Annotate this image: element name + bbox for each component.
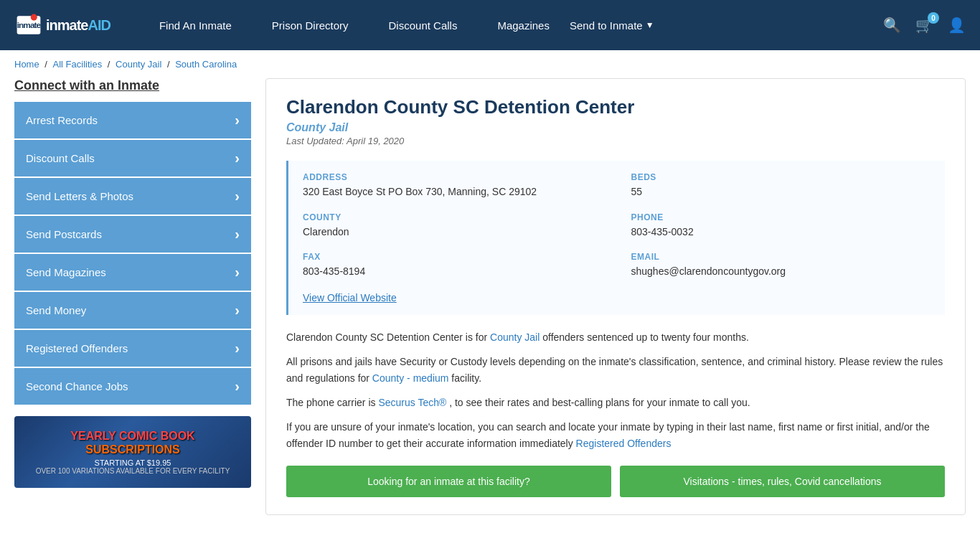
search-icon[interactable]: 🔍 xyxy=(883,17,901,34)
dropdown-arrow-icon: ▼ xyxy=(646,20,654,30)
facility-type: County Jail xyxy=(286,121,945,134)
breadcrumb: Home / All Facilities / County Jail / So… xyxy=(0,50,980,78)
user-icon[interactable]: 👤 xyxy=(948,17,966,34)
ad-title-line2: SUBSCRIPTIONS xyxy=(85,443,180,456)
breadcrumb-home[interactable]: Home xyxy=(14,59,39,70)
registered-offenders-link[interactable]: Registered Offenders xyxy=(576,438,672,449)
sidebar-second-chance-jobs[interactable]: Second Chance Jobs › xyxy=(14,368,251,405)
phone-value: 803-435-0032 xyxy=(631,225,931,240)
website-block: View Official Website xyxy=(303,292,603,303)
logo-aid-text: AID xyxy=(88,17,110,34)
county-label: COUNTY xyxy=(303,212,603,222)
nav-prison-directory[interactable]: Prison Directory xyxy=(252,19,369,32)
county-value: Clarendon xyxy=(303,225,603,240)
beds-block: BEDS 55 xyxy=(631,172,931,199)
sidebar-arrest-records[interactable]: Arrest Records › xyxy=(14,102,251,138)
chevron-right-icon: › xyxy=(235,112,240,128)
description-2: All prisons and jails have Security or C… xyxy=(286,354,945,386)
chevron-right-icon: › xyxy=(235,150,240,166)
facility-info-grid: ADDRESS 320 East Boyce St PO Box 730, Ma… xyxy=(286,161,945,315)
phone-block: PHONE 803-435-0032 xyxy=(631,212,931,240)
facility-updated: Last Updated: April 19, 2020 xyxy=(286,136,945,146)
visitations-button[interactable]: Visitations - times, rules, Covid cancel… xyxy=(620,466,945,497)
main-nav: Find An Inmate Prison Directory Discount… xyxy=(139,19,883,32)
facility-card: Clarendon County SC Detention Center Cou… xyxy=(265,78,966,515)
breadcrumb-all-facilities[interactable]: All Facilities xyxy=(53,59,103,70)
sidebar-registered-offenders[interactable]: Registered Offenders › xyxy=(14,330,251,367)
beds-value: 55 xyxy=(631,185,931,199)
header: inmate inmateAID Find An Inmate Prison D… xyxy=(0,0,980,50)
ad-subtitle: STARTING AT $19.95 xyxy=(95,458,171,467)
logo-inmate-text: inmate xyxy=(46,17,88,34)
header-icons: 🔍 🛒 0 👤 xyxy=(883,17,966,34)
sidebar-send-postcards[interactable]: Send Postcards › xyxy=(14,216,251,253)
chevron-right-icon: › xyxy=(235,340,240,357)
county-medium-link[interactable]: County - medium xyxy=(372,372,449,384)
description-1: Clarendon County SC Detention Center is … xyxy=(286,329,945,345)
cart-icon[interactable]: 🛒 0 xyxy=(915,17,933,34)
nav-find-inmate[interactable]: Find An Inmate xyxy=(139,19,252,32)
facility-title: Clarendon County SC Detention Center xyxy=(286,96,945,118)
address-label: ADDRESS xyxy=(303,172,603,182)
nav-discount-calls[interactable]: Discount Calls xyxy=(369,19,478,32)
county-jail-link[interactable]: County Jail xyxy=(490,331,540,343)
nav-send-to-inmate[interactable]: Send to Inmate ▼ xyxy=(570,19,654,32)
cart-badge: 0 xyxy=(928,12,939,24)
address-value: 320 East Boyce St PO Box 730, Manning, S… xyxy=(303,185,603,199)
county-block: COUNTY Clarendon xyxy=(303,212,603,240)
email-label: EMAIL xyxy=(631,252,931,262)
chevron-right-icon: › xyxy=(235,302,240,319)
fax-value: 803-435-8194 xyxy=(303,265,603,279)
sidebar-send-letters-photos[interactable]: Send Letters & Photos › xyxy=(14,178,251,215)
bottom-buttons: Looking for an inmate at this facility? … xyxy=(286,466,945,497)
nav-magazines[interactable]: Magazines xyxy=(477,19,570,32)
beds-label: BEDS xyxy=(631,172,931,182)
svg-text:inmate: inmate xyxy=(17,20,42,30)
sidebar-send-magazines[interactable]: Send Magazines › xyxy=(14,254,251,291)
logo: inmate inmateAID xyxy=(14,11,110,39)
main-container: Connect with an Inmate Arrest Records › … xyxy=(0,78,980,544)
sidebar-menu: Arrest Records › Discount Calls › Send L… xyxy=(14,102,251,405)
email-block: EMAIL shughes@clarendoncountygov.org xyxy=(631,252,931,279)
facility-content: Clarendon County SC Detention Center Cou… xyxy=(265,78,966,515)
logo-area[interactable]: inmate inmateAID xyxy=(14,11,110,39)
address-block: ADDRESS 320 East Boyce St PO Box 730, Ma… xyxy=(303,172,603,199)
breadcrumb-state[interactable]: South Carolina xyxy=(175,59,237,70)
breadcrumb-county-jail[interactable]: County Jail xyxy=(116,59,161,70)
sidebar: Connect with an Inmate Arrest Records › … xyxy=(14,78,251,515)
securus-link[interactable]: Securus Tech® xyxy=(378,397,446,408)
chevron-right-icon: › xyxy=(235,226,240,242)
email-value: shughes@clarendoncountygov.org xyxy=(631,265,931,279)
chevron-right-icon: › xyxy=(235,264,240,281)
ad-sub2: OVER 100 VARIATIONS AVAILABLE FOR EVERY … xyxy=(36,467,230,475)
fax-block: FAX 803-435-8194 xyxy=(303,252,603,279)
chevron-right-icon: › xyxy=(235,378,240,395)
sidebar-title: Connect with an Inmate xyxy=(14,78,251,93)
ad-title-line1: YEARLY COMIC BOOK xyxy=(70,429,194,443)
ad-banner[interactable]: YEARLY COMIC BOOK SUBSCRIPTIONS STARTING… xyxy=(14,416,251,488)
sidebar-send-money[interactable]: Send Money › xyxy=(14,292,251,329)
description-4: If you are unsure of your inmate's locat… xyxy=(286,419,945,451)
website-link[interactable]: View Official Website xyxy=(303,292,397,303)
chevron-right-icon: › xyxy=(235,188,240,204)
phone-label: PHONE xyxy=(631,212,931,222)
fax-label: FAX xyxy=(303,252,603,262)
looking-for-inmate-button[interactable]: Looking for an inmate at this facility? xyxy=(286,466,611,497)
sidebar-discount-calls[interactable]: Discount Calls › xyxy=(14,140,251,176)
description-3: The phone carrier is Securus Tech® , to … xyxy=(286,395,945,410)
